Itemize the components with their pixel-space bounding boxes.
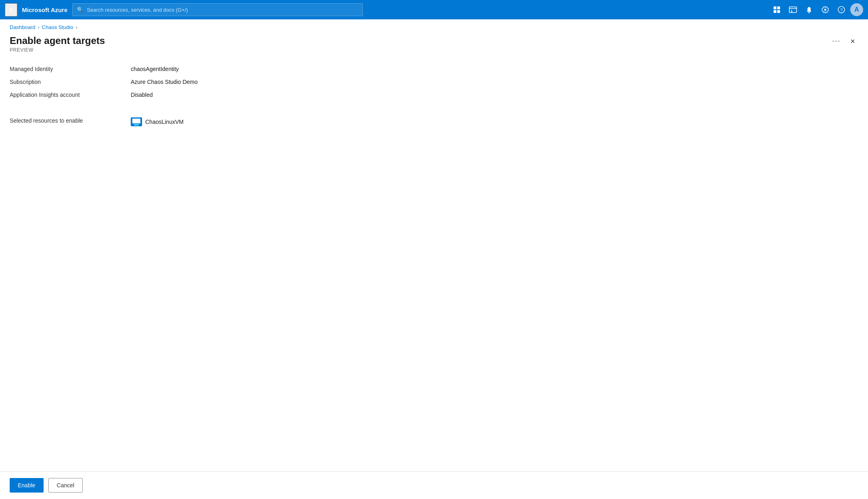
cloud-shell-button[interactable] — [786, 2, 800, 17]
svg-rect-12 — [132, 119, 140, 123]
breadcrumb-sep-1: › — [38, 25, 40, 30]
more-options-button[interactable]: ··· — [829, 35, 844, 47]
breadcrumb-chaos-studio[interactable]: Chaos Studio — [42, 24, 73, 30]
svg-rect-3 — [777, 10, 780, 13]
search-icon: 🔍 — [77, 6, 84, 13]
svg-point-7 — [824, 9, 826, 11]
settings-button[interactable] — [818, 2, 832, 17]
selected-resources-label: Selected resources to enable — [10, 114, 131, 129]
breadcrumb-sep-2: › — [76, 25, 77, 30]
notifications-button[interactable] — [802, 2, 816, 17]
page-title: Enable agent targets — [10, 35, 105, 46]
svg-rect-1 — [777, 6, 780, 9]
azure-logo: Microsoft Azure — [22, 6, 68, 13]
managed-identity-label: Managed Identity — [10, 63, 131, 75]
vm-icon — [131, 117, 142, 126]
svg-rect-4 — [789, 7, 797, 13]
resource-row: ChaosLinuxVM — [131, 117, 858, 126]
svg-rect-0 — [774, 6, 776, 9]
svg-text:?: ? — [840, 8, 843, 13]
breadcrumb: Dashboard › Chaos Studio › — [0, 19, 868, 30]
resource-name: ChaosLinuxVM — [145, 119, 184, 125]
svg-point-6 — [808, 12, 810, 13]
cancel-button[interactable]: Cancel — [48, 478, 83, 493]
svg-rect-2 — [774, 10, 776, 13]
info-grid: Managed Identity chaosAgentIdentity Subs… — [10, 63, 858, 101]
enable-button[interactable]: Enable — [10, 478, 44, 493]
header-actions: ··· × — [829, 35, 858, 47]
hamburger-menu-button[interactable]: ≡ — [5, 3, 17, 17]
subscription-label: Subscription — [10, 75, 131, 88]
content: Managed Identity chaosAgentIdentity Subs… — [0, 53, 868, 471]
app-insights-value: Disabled — [131, 88, 858, 101]
topbar-actions: ? A — [770, 2, 863, 17]
avatar[interactable]: A — [850, 3, 863, 16]
topbar: ≡ Microsoft Azure 🔍 ? A — [0, 0, 868, 19]
search-input[interactable] — [87, 7, 358, 13]
resources-grid: Selected resources to enable ChaosLinuxV… — [10, 114, 858, 129]
section-gap — [10, 101, 858, 114]
page-header: Enable agent targets PREVIEW ··· × — [0, 30, 868, 53]
page-subtitle: PREVIEW — [10, 47, 105, 53]
app-insights-label: Application Insights account — [10, 88, 131, 101]
search-bar: 🔍 — [72, 3, 363, 16]
close-button[interactable]: × — [847, 35, 858, 47]
portal-menu-button[interactable] — [770, 2, 784, 17]
managed-identity-value: chaosAgentIdentity — [131, 63, 858, 75]
bottom-bar: Enable Cancel — [0, 471, 868, 499]
page-title-area: Enable agent targets PREVIEW — [10, 35, 105, 53]
help-button[interactable]: ? — [834, 2, 849, 17]
subscription-value: Azure Chaos Studio Demo — [131, 75, 858, 88]
breadcrumb-dashboard[interactable]: Dashboard — [10, 24, 36, 30]
svg-rect-13 — [134, 124, 139, 125]
selected-resources-value: ChaosLinuxVM — [131, 114, 858, 129]
main-area: Dashboard › Chaos Studio › Enable agent … — [0, 19, 868, 499]
